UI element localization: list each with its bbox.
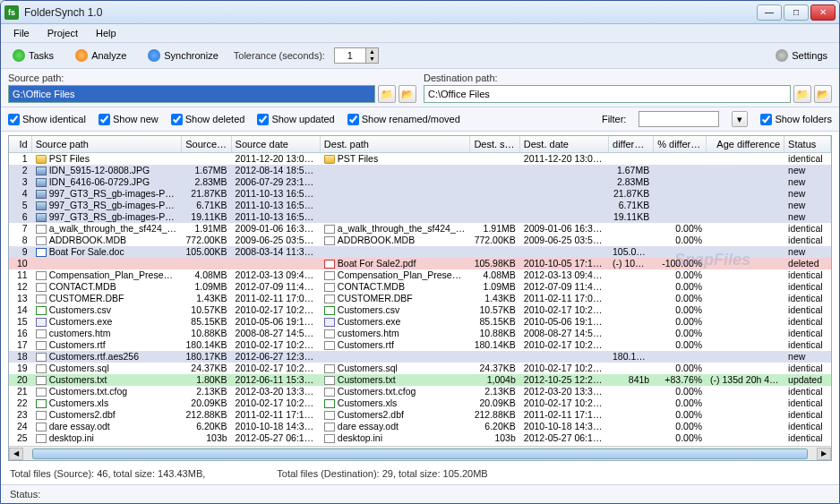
close-button[interactable]: ✕ xyxy=(810,4,836,21)
tolerance-up[interactable]: ▲ xyxy=(365,48,378,56)
filter-clear-button[interactable]: ▾ xyxy=(732,111,748,127)
tolerance-label: Tolerance (seconds): xyxy=(234,50,325,61)
maximize-button[interactable]: □ xyxy=(784,4,809,21)
col-source-path[interactable]: Source path xyxy=(32,136,183,152)
scroll-thumb[interactable] xyxy=(32,448,808,459)
show-deleted-checkbox[interactable]: Show deleted xyxy=(171,114,245,125)
table-row[interactable]: 1PST Files2011-12-20 13:06:18PST Files20… xyxy=(9,153,831,165)
show-identical-checkbox[interactable]: Show identical xyxy=(8,114,86,125)
table-row[interactable]: 5997_GT3_RS_gb-images-P37-4.jpg6.71KB201… xyxy=(9,200,831,211)
table-row[interactable]: 2IDN_5915-12-0808.JPG1.67MB2012-08-14 18… xyxy=(9,165,831,176)
analyze-button[interactable]: Analyze xyxy=(69,47,133,64)
synchronize-button[interactable]: Synchronize xyxy=(141,47,225,64)
minimize-button[interactable]: — xyxy=(757,4,782,21)
col-dest-path[interactable]: Dest. path xyxy=(321,136,471,152)
show-updated-checkbox[interactable]: Show updated xyxy=(257,114,334,125)
table-row[interactable]: 21Customers.txt.cfog2.13KB2012-03-20 13:… xyxy=(9,386,831,397)
col-pct-difference[interactable]: % difference xyxy=(654,136,707,152)
dest-path-input[interactable] xyxy=(424,85,791,103)
file-icon xyxy=(324,236,335,245)
col-dest-date[interactable]: Dest. date xyxy=(520,136,609,152)
table-row[interactable]: 11Compensation_Plan_Presentation...4.08M… xyxy=(9,269,831,281)
table-row[interactable]: 22Customers.xls20.09KB2010-02-17 10:27:5… xyxy=(9,397,831,409)
menu-help[interactable]: Help xyxy=(89,26,124,40)
scroll-left[interactable]: ◀ xyxy=(9,448,23,460)
dest-browse-button[interactable]: 📁 xyxy=(793,85,811,103)
col-difference[interactable]: difference xyxy=(609,136,654,152)
tolerance-down[interactable]: ▼ xyxy=(365,56,378,63)
col-source-size[interactable]: Source size xyxy=(182,136,231,152)
menu-file[interactable]: File xyxy=(6,26,37,40)
dest-open-button[interactable]: 📂 xyxy=(814,85,832,103)
table-row[interactable]: 16customers.htm10.88KB2008-08-27 14:59:2… xyxy=(9,328,831,339)
table-row[interactable]: 13CUSTOMER.DBF1.43KB2011-02-11 17:08:49C… xyxy=(9,293,831,304)
tolerance-input[interactable] xyxy=(335,48,365,63)
show-folders-checkbox[interactable]: Show folders xyxy=(760,114,832,125)
tolerance-spinner[interactable]: ▲▼ xyxy=(334,47,379,64)
source-browse-button[interactable]: 📁 xyxy=(378,85,396,103)
filter-input[interactable] xyxy=(639,111,719,127)
status-label: Status: xyxy=(10,489,40,500)
col-age-difference[interactable]: Age difference xyxy=(707,136,784,152)
tasks-button[interactable]: Tasks xyxy=(6,47,60,64)
file-icon xyxy=(324,306,335,315)
table-row[interactable]: 7a_walk_through_the_sf424_rr.ppt1.91MB20… xyxy=(9,223,831,235)
file-icon xyxy=(324,434,335,443)
file-icon xyxy=(36,201,47,210)
file-icon xyxy=(36,155,47,164)
grid-header: Id Source path Source size Source date D… xyxy=(9,136,831,153)
file-icon xyxy=(36,399,47,408)
table-row[interactable]: 25desktop.ini103b2012-05-27 06:15:48desk… xyxy=(9,432,831,444)
file-icon xyxy=(324,295,335,303)
file-icon xyxy=(36,341,47,350)
table-row[interactable]: 14Customers.csv10.57KB2010-02-17 10:25:0… xyxy=(9,304,831,316)
source-open-button[interactable]: 📂 xyxy=(399,85,416,103)
col-status[interactable]: Status xyxy=(784,136,831,152)
file-icon xyxy=(324,388,335,397)
menu-project[interactable]: Project xyxy=(40,26,85,40)
col-dest-size[interactable]: Dest. size xyxy=(470,136,519,152)
filter-label: Filter: xyxy=(602,114,627,124)
file-icon xyxy=(324,155,335,164)
horizontal-scrollbar[interactable]: ◀ ▶ xyxy=(9,446,831,460)
table-row[interactable]: 3IDN_6416-06-0729.JPG2.83MB2006-07-29 23… xyxy=(9,176,831,188)
file-icon xyxy=(324,411,335,420)
dest-path-label: Destination path: xyxy=(424,73,832,83)
window-title: FolderSynch 1.0 xyxy=(24,6,757,19)
file-icon xyxy=(36,248,47,257)
table-row[interactable]: 15Customers.exe85.15KB2010-05-06 19:13:3… xyxy=(9,316,831,328)
table-row[interactable]: 10Boat For Sale2.pdf105.98KB2010-10-05 1… xyxy=(9,258,831,269)
table-row[interactable]: 23Customers2.dbf212.88KB2011-02-11 17:14… xyxy=(9,409,831,421)
source-path-input[interactable] xyxy=(8,85,375,103)
file-icon xyxy=(36,271,47,280)
table-row[interactable]: 9Boat For Sale.doc105.00KB2008-03-14 11:… xyxy=(9,246,831,258)
file-icon xyxy=(36,236,47,245)
file-icon xyxy=(36,213,47,222)
show-new-checkbox[interactable]: Show new xyxy=(99,114,159,125)
table-row[interactable]: 19Customers.sql24.37KB2010-02-17 10:28:1… xyxy=(9,363,831,374)
show-renamed-checkbox[interactable]: Show renamed/moved xyxy=(347,114,460,125)
summary-dest: Total files (Destination): 29, total siz… xyxy=(277,468,487,479)
file-icon xyxy=(324,376,335,385)
col-source-date[interactable]: Source date xyxy=(232,136,321,152)
file-icon xyxy=(36,376,47,385)
grid-body[interactable]: 1PST Files2011-12-20 13:06:18PST Files20… xyxy=(9,153,831,446)
statusbar: Status: xyxy=(1,484,839,503)
folder-open-icon: 📂 xyxy=(817,89,829,100)
table-row[interactable]: 8ADDRBOOK.MDB772.00KB2009-06-25 03:59:00… xyxy=(9,235,831,246)
table-row[interactable]: 20Customers.txt1.80KB2012-06-11 15:36:02… xyxy=(9,374,831,386)
table-row[interactable]: 6997_GT3_RS_gb-images-P7-3.jpg19.11KB201… xyxy=(9,211,831,223)
folder-open-icon: 📂 xyxy=(401,89,414,100)
file-icon xyxy=(324,423,335,431)
table-row[interactable]: 12CONTACT.MDB1.09MB2012-07-09 11:44:29CO… xyxy=(9,281,831,293)
gear-icon xyxy=(776,49,788,62)
settings-button[interactable]: Settings xyxy=(769,47,834,64)
table-row[interactable]: 17Customers.rtf180.14KB2010-02-17 10:29:… xyxy=(9,339,831,351)
table-row[interactable]: 4997_GT3_RS_gb-images-P11-2.jpg21.87KB20… xyxy=(9,188,831,200)
table-row[interactable]: 18Customers.rtf.aes256180.17KB2012-06-27… xyxy=(9,351,831,363)
table-row[interactable]: 24dare essay.odt6.20KB2010-10-18 14:30:5… xyxy=(9,421,831,432)
folder-icon: 📁 xyxy=(381,89,393,100)
col-id[interactable]: Id xyxy=(9,136,32,152)
file-icon xyxy=(36,306,47,315)
scroll-right[interactable]: ▶ xyxy=(817,448,831,460)
